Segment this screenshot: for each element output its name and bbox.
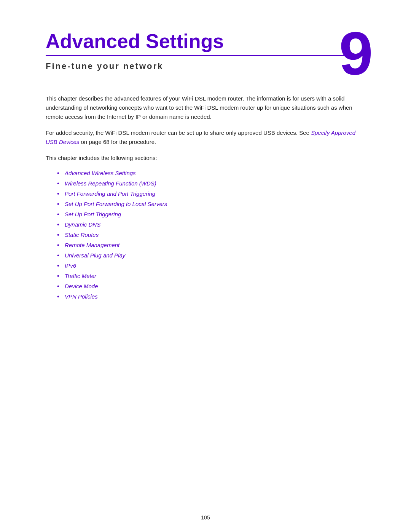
section-link-dynamic-dns[interactable]: Dynamic DNS: [65, 221, 100, 228]
section-link-vpn-policies[interactable]: VPN Policies: [65, 293, 98, 300]
paragraph-2-suffix: on page 68 for the procedure.: [79, 139, 156, 145]
section-link-setup-port-forwarding[interactable]: Set Up Port Forwarding to Local Servers: [65, 201, 167, 207]
list-item: Device Mode: [57, 281, 365, 291]
section-link-ipv6[interactable]: IPv6: [65, 262, 76, 269]
list-item: Wireless Repeating Function (WDS): [57, 178, 365, 189]
chapter-number: 9: [339, 23, 373, 84]
section-link-static-routes[interactable]: Static Routes: [65, 232, 99, 238]
paragraph-2-prefix: For added security, the WiFi DSL modem r…: [46, 129, 311, 136]
title-section: Advanced Settings Fine-tune your network: [46, 30, 365, 71]
section-link-device-mode[interactable]: Device Mode: [65, 283, 98, 289]
list-item: Static Routes: [57, 230, 365, 240]
list-item: Advanced Wireless Settings: [57, 168, 365, 178]
list-item: Traffic Meter: [57, 271, 365, 281]
page-title: Advanced Settings: [46, 30, 365, 52]
bottom-divider: [23, 509, 388, 509]
list-item: Universal Plug and Play: [57, 250, 365, 260]
list-item: Remote Management: [57, 240, 365, 250]
paragraph-2: For added security, the WiFi DSL modem r…: [46, 128, 358, 147]
list-item: Dynamic DNS: [57, 219, 365, 230]
list-item: Port Forwarding and Port Triggering: [57, 189, 365, 199]
list-item: Set Up Port Triggering: [57, 209, 365, 219]
section-link-remote-management[interactable]: Remote Management: [65, 242, 119, 248]
paragraph-1: This chapter describes the advanced feat…: [46, 94, 358, 121]
page-subtitle: Fine-tune your network: [46, 61, 365, 71]
sections-list: Advanced Wireless Settings Wireless Repe…: [57, 168, 365, 302]
content-area: 9 Advanced Settings Fine-tune your netwo…: [0, 0, 411, 332]
section-link-wireless-repeating[interactable]: Wireless Repeating Function (WDS): [65, 180, 156, 187]
title-divider: [46, 55, 365, 56]
list-item: Set Up Port Forwarding to Local Servers: [57, 199, 365, 209]
sections-intro: This chapter includes the following sect…: [46, 153, 358, 163]
section-link-setup-port-triggering[interactable]: Set Up Port Triggering: [65, 211, 121, 217]
section-link-advanced-wireless[interactable]: Advanced Wireless Settings: [65, 170, 136, 176]
list-item: IPv6: [57, 260, 365, 271]
section-link-port-forwarding-triggering[interactable]: Port Forwarding and Port Triggering: [65, 190, 155, 197]
list-item: VPN Policies: [57, 291, 365, 302]
section-link-traffic-meter[interactable]: Traffic Meter: [65, 273, 96, 279]
page-number: 105: [201, 514, 210, 521]
section-link-upnp[interactable]: Universal Plug and Play: [65, 252, 125, 259]
page-container: 9 Advanced Settings Fine-tune your netwo…: [0, 0, 411, 532]
